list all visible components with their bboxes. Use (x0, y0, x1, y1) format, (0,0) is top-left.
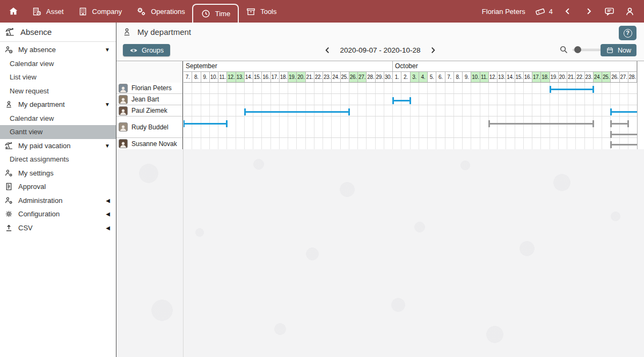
day-header-cell: 30. (384, 72, 393, 82)
home-button[interactable] (2, 0, 25, 23)
sidebar-item-label: My paid vacation (18, 142, 71, 150)
bar-start-cap (610, 120, 612, 127)
absence-bar-2020-09-14--2020-09-25[interactable] (245, 111, 349, 113)
gantt-row-jean-bart: Jean Bart (116, 94, 182, 105)
sidebar-item-my-department[interactable]: My department▼ (0, 98, 116, 112)
day-header-cell: 15. (253, 72, 262, 82)
sidebar-item-csv[interactable]: CSV◀ (0, 221, 116, 235)
chat-icon[interactable] (604, 6, 615, 17)
day-header-cell: 9. (201, 72, 210, 82)
day-header-cell: 18. (280, 72, 288, 82)
bar-end-cap (409, 97, 411, 104)
sidebar-item-new-request[interactable]: New request (0, 84, 116, 98)
topbar-tab-operations[interactable]: Operations (129, 0, 192, 23)
absence-bar-2020-10-01--2020-10-02[interactable] (393, 100, 411, 101)
topbar-tab-tools[interactable]: Tools (239, 0, 283, 23)
topbar-tab-time[interactable]: Time (192, 4, 239, 23)
absence-bar-2020-10-26--2020-10-28[interactable] (611, 144, 637, 145)
topbar-tab-company[interactable]: Company (71, 0, 129, 23)
day-header-cell: 9. (463, 72, 471, 82)
beach-icon (5, 27, 15, 37)
sidebar-item-administration[interactable]: Administration◀ (0, 194, 116, 208)
day-header-cell: 15. (515, 72, 524, 82)
absence-bar-2020-10-26--2020-10-28[interactable] (611, 134, 637, 135)
chevron-left-icon: ◀ (106, 225, 110, 231)
person-gear-icon (4, 196, 13, 205)
sidebar-item-list-view[interactable]: List view (0, 70, 116, 84)
bar-start-cap (610, 141, 612, 148)
now-button[interactable]: Now (601, 44, 636, 56)
day-header-cell: 21. (567, 72, 576, 82)
avatar (119, 106, 128, 115)
day-header-cell: 24. (332, 72, 340, 82)
topbar-tab-asset[interactable]: Asset (25, 0, 71, 23)
date-range-label: 2020-09-07 - 2020-10-28 (340, 46, 420, 54)
day-header-cell: 27. (358, 72, 367, 82)
person-icon (4, 100, 13, 109)
groups-button[interactable]: Groups (123, 44, 170, 56)
day-header-cell: 7. (445, 72, 454, 82)
absence-bar-2020-10-12--2020-10-23[interactable] (489, 123, 594, 125)
day-header-cell: 10. (471, 72, 480, 82)
day-header-cell: 12. (227, 72, 236, 82)
sidebar-item-my-settings[interactable]: My settings (0, 166, 116, 180)
next-period-button[interactable] (427, 45, 438, 56)
day-header-cell: 14. (506, 72, 515, 82)
magnifier-icon (559, 45, 568, 54)
day-header-cell: 19. (288, 72, 297, 82)
day-header-cell: 4. (419, 72, 428, 82)
sidebar-item-label: Calendar view (10, 60, 54, 68)
topbar-next-button[interactable] (583, 5, 595, 17)
sidebar-item-approval[interactable]: Approval (0, 180, 116, 194)
prev-period-button[interactable] (322, 45, 333, 56)
topbar-tab-label: Asset (46, 8, 64, 16)
chevron-down-icon: ▼ (105, 47, 110, 53)
profile-icon[interactable] (624, 6, 635, 17)
question-mark-icon: ? (624, 29, 632, 38)
sidebar-item-calendar-view[interactable]: Calendar view (0, 112, 116, 126)
sidebar-item-gantt-view[interactable]: Gantt view (0, 125, 116, 139)
upload-icon (4, 223, 13, 232)
sidebar-item-configuration[interactable]: Configuration◀ (0, 207, 116, 221)
building-clock-icon (32, 6, 42, 17)
sidebar-item-label: Gantt view (10, 128, 42, 136)
chevron-left-icon: ◀ (106, 211, 110, 217)
grid-hline (184, 116, 637, 116)
gantt-scroll-gutter[interactable] (637, 61, 644, 150)
day-header-cell: 17. (271, 72, 280, 82)
day-header-cell: 23. (323, 72, 332, 82)
absence-bar-2020-10-19--2020-10-23[interactable] (550, 89, 594, 90)
current-user-name: Florian Peters (482, 8, 525, 16)
sidebar-item-direct-assignments[interactable]: Direct assignments (0, 152, 116, 166)
day-header-cell: 21. (306, 72, 314, 82)
sidebar-item-calendar-view[interactable]: Calendar view (0, 57, 116, 71)
sidebar-item-label: CSV (18, 224, 33, 232)
person-name: Rudy Buddel (131, 123, 169, 131)
zoom-slider-knob[interactable] (574, 46, 581, 53)
gears-icon (136, 6, 147, 17)
topbar-prev-button[interactable] (562, 5, 574, 17)
absence-bar-2020-09-07--2020-09-11[interactable] (184, 123, 227, 125)
gantt-chart: Florian PetersJean BartPaul ZiemekRudy B… (116, 61, 644, 149)
help-button[interactable]: ? (619, 26, 636, 40)
sidebar-item-my-paid-vacation[interactable]: My paid vacation▼ (0, 139, 116, 153)
sidebar-item-label: My department (18, 100, 65, 108)
absence-bar-2020-10-26--2020-10-27[interactable] (611, 123, 628, 125)
bar-end-cap (592, 86, 594, 93)
day-header-cell: 6. (436, 72, 445, 82)
bar-start-cap (610, 108, 612, 115)
sidebar-item-label: My absence (18, 46, 56, 54)
sidebar-item-label: New request (10, 87, 49, 95)
day-header-cell: 16. (524, 72, 532, 82)
day-header-cell: 17. (532, 72, 541, 82)
avatar (119, 139, 128, 148)
ticket-icon (535, 6, 546, 17)
sidebar-item-label: Approval (18, 183, 46, 191)
day-header-cell: 2. (401, 72, 410, 82)
ticket-counter[interactable]: 4 (535, 6, 553, 17)
grid-hline (184, 137, 637, 138)
sidebar-item-my-absence[interactable]: My absence▼ (0, 43, 116, 57)
sidebar-item-label: My settings (18, 169, 54, 177)
absence-bar-2020-10-26--2020-10-28[interactable] (611, 111, 637, 113)
day-header-cell: 7. (184, 72, 192, 82)
